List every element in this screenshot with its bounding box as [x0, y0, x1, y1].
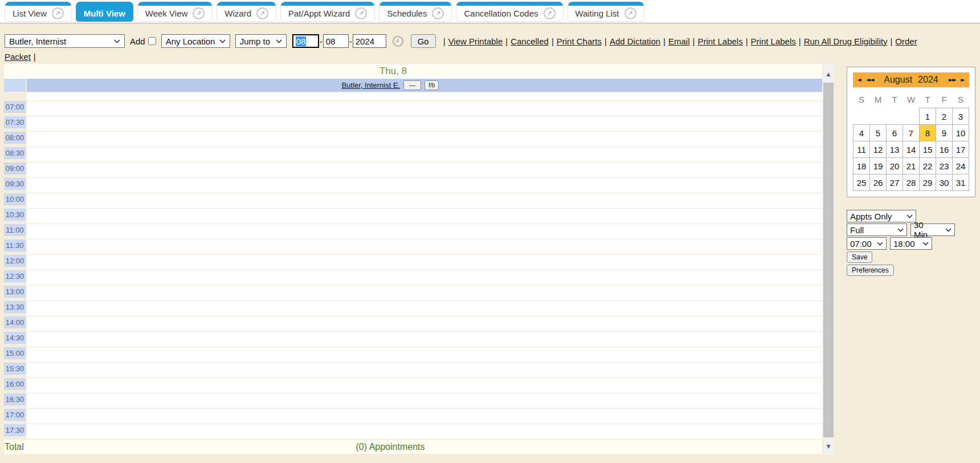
schedule-slot[interactable] [27, 424, 822, 440]
schedule-slot[interactable] [27, 316, 822, 332]
link-order[interactable]: Order [895, 36, 917, 46]
calendar-day-7[interactable]: 7 [903, 125, 920, 141]
open-in-new-window-icon[interactable]: ↗ [355, 7, 367, 19]
calendar-day-11[interactable]: 11 [854, 141, 870, 158]
calendar-day-3[interactable]: 3 [953, 108, 969, 125]
calendar-day-6[interactable]: 6 [887, 125, 903, 141]
schedule-slot[interactable] [27, 178, 822, 193]
size-select[interactable]: Full [847, 224, 907, 236]
calendar-day-10[interactable]: 10 [953, 125, 969, 141]
interval-select[interactable]: 30 Min. [910, 224, 955, 236]
schedule-slot[interactable] [27, 209, 822, 224]
tab-pat-appt-wizard[interactable]: Pat/Appt Wizard↗ [280, 2, 375, 22]
schedule-slot[interactable] [27, 301, 822, 316]
date-day-input[interactable]: 08 [323, 34, 349, 48]
calendar-day-17[interactable]: 17 [953, 141, 969, 158]
link-run-all-drug-eligibility[interactable]: Run All Drug Eligibility [804, 36, 888, 46]
link-email[interactable]: Email [668, 36, 690, 46]
jump-to-select[interactable]: Jump to [235, 34, 287, 48]
tab-week-view[interactable]: Week View↗ [137, 2, 213, 22]
schedule-slot[interactable] [27, 409, 822, 424]
scrollbar-up-icon[interactable]: ▲ [823, 72, 834, 77]
go-button[interactable]: Go [411, 34, 436, 48]
link-cancelled[interactable]: Cancelled [511, 36, 549, 46]
fb-button[interactable]: f/b [424, 80, 439, 90]
calendar-day-8[interactable]: 8 [920, 125, 936, 141]
calendar-day-27[interactable]: 27 [887, 174, 903, 191]
calendar-day-5[interactable]: 5 [870, 125, 887, 141]
link-print-charts[interactable]: Print Charts [557, 36, 602, 46]
schedule-slot[interactable] [27, 347, 822, 363]
calendar-day-15[interactable]: 15 [920, 141, 936, 158]
start-time-select[interactable]: 07:00 [847, 237, 887, 250]
schedule-slot[interactable] [27, 132, 822, 147]
calendar-day-4[interactable]: 4 [854, 125, 870, 141]
schedule-slot[interactable] [27, 363, 822, 378]
calendar-day-22[interactable]: 22 [920, 158, 936, 174]
tab-cancellation-codes[interactable]: Cancellation Codes↗ [456, 2, 563, 22]
calendar-day-14[interactable]: 14 [903, 141, 920, 158]
schedule-slot[interactable] [27, 393, 822, 409]
calendar-day-31[interactable]: 31 [953, 174, 969, 191]
provider-column-link[interactable]: Butler, Internist E. [342, 81, 401, 90]
calendar-day-20[interactable]: 20 [887, 158, 903, 174]
calendar-prev-month-icon[interactable]: ◄◄ [866, 77, 873, 83]
scrollbar-thumb[interactable] [823, 83, 834, 437]
calendar-prev-year-icon[interactable]: ◄ [857, 77, 861, 83]
link-add-dictation[interactable]: Add Dictation [610, 36, 660, 46]
schedule-slot[interactable] [27, 270, 822, 286]
open-in-new-window-icon[interactable]: ↗ [256, 7, 268, 19]
calendar-day-23[interactable]: 23 [936, 158, 953, 174]
date-year-input[interactable]: 2024 [353, 34, 386, 48]
calendar-next-month-icon[interactable]: ►► [949, 77, 956, 83]
add-checkbox[interactable] [148, 37, 156, 45]
link-print-labels[interactable]: Print Labels [697, 36, 742, 46]
schedule-slot[interactable] [27, 163, 822, 178]
calendar-day-16[interactable]: 16 [936, 141, 953, 158]
spacer-slot[interactable] [27, 92, 822, 101]
calendar-day-25[interactable]: 25 [854, 174, 870, 191]
calendar-day-13[interactable]: 13 [887, 141, 903, 158]
calendar-day-29[interactable]: 29 [920, 174, 936, 191]
calendar-day-28[interactable]: 28 [903, 174, 920, 191]
schedule-slot[interactable] [27, 193, 822, 209]
preferences-button[interactable]: Preferences [847, 265, 894, 276]
calendar-day-24[interactable]: 24 [953, 158, 969, 174]
calendar-day-26[interactable]: 26 [870, 174, 887, 191]
schedule-slot[interactable] [27, 101, 822, 116]
schedule-slot[interactable] [27, 147, 822, 163]
time-picker-icon[interactable] [392, 35, 404, 47]
end-time-select[interactable]: 18:00 [890, 237, 932, 250]
calendar-day-19[interactable]: 19 [870, 158, 887, 174]
appts-filter-select[interactable]: Appts Only [847, 210, 916, 222]
schedule-slot[interactable] [27, 224, 822, 239]
schedule-slot[interactable] [27, 239, 822, 255]
save-button[interactable]: Save [847, 251, 872, 263]
collapse-column-button[interactable]: — [403, 80, 421, 90]
schedule-slot[interactable] [27, 116, 822, 132]
tab-waiting-list[interactable]: Waiting List↗ [567, 2, 644, 22]
calendar-next-year-icon[interactable]: ► [961, 77, 965, 83]
scrollbar-down-icon[interactable]: ▼ [823, 444, 834, 449]
open-in-new-window-icon[interactable]: ↗ [432, 7, 444, 19]
provider-select[interactable]: Butler, Internist [5, 34, 125, 48]
schedule-slot[interactable] [27, 286, 822, 301]
open-in-new-window-icon[interactable]: ↗ [193, 7, 205, 19]
open-in-new-window-icon[interactable]: ↗ [624, 7, 636, 19]
open-in-new-window-icon[interactable]: ↗ [544, 7, 556, 19]
schedule-slot[interactable] [27, 255, 822, 270]
calendar-day-30[interactable]: 30 [936, 174, 953, 191]
calendar-day-21[interactable]: 21 [903, 158, 920, 174]
tab-multi-view[interactable]: Multi View [76, 2, 133, 22]
tab-list-view[interactable]: List View↗ [5, 2, 72, 22]
tab-wizard[interactable]: Wizard↗ [217, 2, 276, 22]
calendar-day-9[interactable]: 9 [936, 125, 953, 141]
calendar-day-1[interactable]: 1 [920, 108, 936, 125]
calendar-day-12[interactable]: 12 [870, 141, 887, 158]
link-print-labels[interactable]: Print Labels [751, 36, 796, 46]
calendar-day-2[interactable]: 2 [936, 108, 953, 125]
open-in-new-window-icon[interactable]: ↗ [52, 7, 64, 19]
schedule-slot[interactable] [27, 378, 822, 393]
vertical-scrollbar[interactable]: ▲ ▼ [823, 64, 834, 454]
date-month-input[interactable]: 08 [292, 34, 319, 48]
